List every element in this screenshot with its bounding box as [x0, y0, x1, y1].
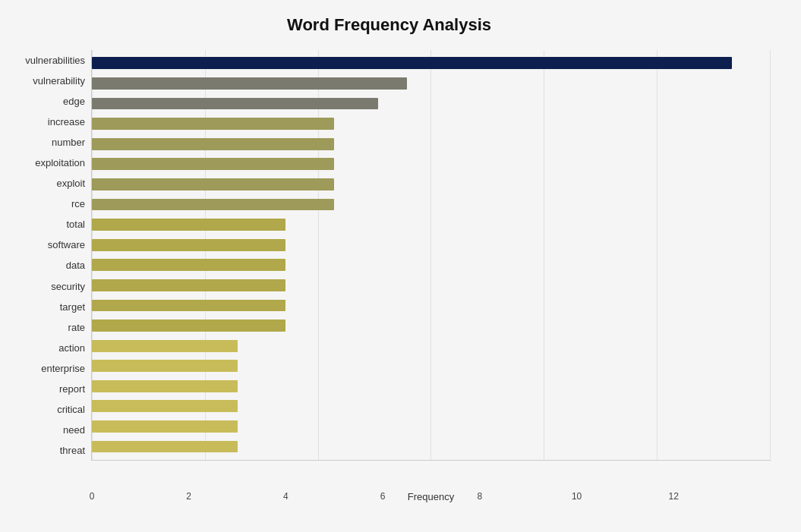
chart-container: Word Frequency Analysis vulnerabilitiesv… [0, 0, 801, 532]
x-axis-tick-label: 2 [186, 491, 191, 502]
bar-row [92, 134, 771, 154]
y-label: threat [8, 445, 85, 455]
bar [92, 441, 238, 453]
bar [92, 219, 285, 231]
y-label: increase [8, 117, 85, 127]
bar-row [92, 74, 771, 94]
bar [92, 259, 285, 271]
chart-area: vulnerabilitiesvulnerabilityedgeincrease… [8, 50, 771, 461]
y-label: edge [8, 96, 85, 106]
y-label: need [8, 425, 85, 435]
bar-row [92, 114, 771, 134]
bar-row [92, 417, 771, 437]
bar [92, 199, 334, 211]
bar [92, 300, 285, 312]
bar [92, 158, 334, 170]
bar [92, 239, 285, 251]
y-label: rate [8, 323, 85, 332]
y-label: security [8, 282, 85, 291]
bar-row [92, 215, 771, 235]
bar-row [92, 53, 771, 74]
bar [92, 380, 238, 392]
x-axis-tick-label: 0 [90, 491, 95, 502]
bar-row [92, 175, 771, 195]
y-label: data [8, 260, 85, 270]
y-label: exploitation [8, 158, 85, 168]
bar-row [92, 335, 771, 356]
bar [92, 118, 334, 130]
bar [92, 360, 238, 372]
y-label: vulnerabilities [8, 55, 85, 65]
bar-row [92, 194, 771, 215]
bar [92, 57, 732, 69]
y-label: exploit [8, 178, 85, 188]
bar-row [92, 154, 771, 175]
x-axis-tick-label: 4 [283, 491, 289, 502]
bar-row [92, 356, 771, 376]
x-axis-tick-label: 10 [572, 491, 582, 502]
bar-row [92, 275, 771, 296]
chart-title: Word Frequency Analysis [8, 15, 771, 35]
x-axis-tick-label: 8 [478, 491, 483, 502]
bar-row [92, 396, 771, 417]
bars-area [92, 50, 771, 460]
x-axis-tick-label: 6 [380, 491, 386, 502]
y-label: vulnerability [8, 76, 85, 86]
x-axis-tick-label: 12 [669, 491, 679, 502]
bar [92, 420, 238, 433]
y-label: target [8, 302, 85, 312]
y-label: critical [8, 405, 85, 414]
bar [92, 340, 238, 352]
bar [92, 77, 407, 90]
y-label: action [8, 343, 85, 353]
bar-row [92, 295, 771, 316]
plot-area: 024681012 [91, 50, 771, 461]
bar [92, 98, 378, 110]
y-label: software [8, 240, 85, 250]
bar-row [92, 376, 771, 397]
bar [92, 279, 285, 291]
bar [92, 400, 238, 412]
y-label: total [8, 219, 85, 229]
bar-row [92, 436, 771, 457]
y-label: rce [8, 199, 85, 209]
y-label: number [8, 137, 85, 147]
bar-row [92, 93, 771, 114]
y-label: enterprise [8, 364, 85, 373]
bar-row [92, 255, 771, 275]
bar [92, 320, 285, 332]
bar [92, 138, 334, 150]
bar-row [92, 235, 771, 255]
bar-row [92, 316, 771, 336]
bar [92, 178, 334, 190]
y-labels: vulnerabilitiesvulnerabilityedgeincrease… [8, 50, 91, 461]
y-label: report [8, 384, 85, 394]
